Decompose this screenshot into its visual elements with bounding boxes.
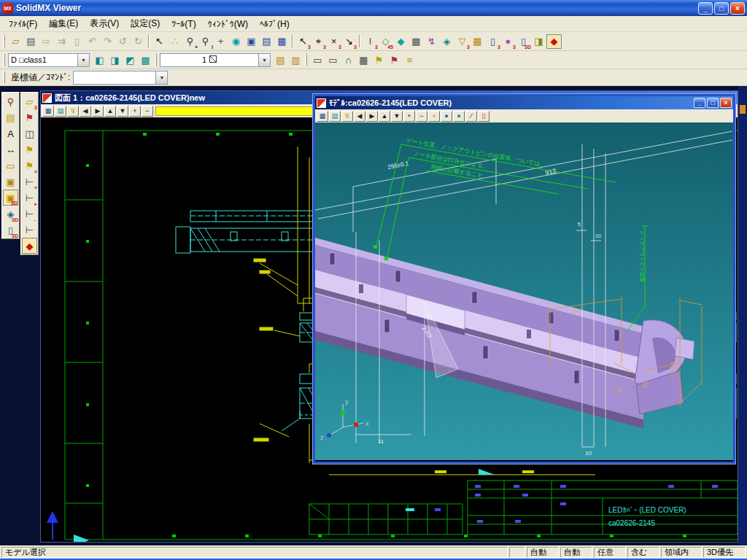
refresh-icon[interactable]: ↯ <box>67 106 79 117</box>
shade-box-1-icon[interactable]: ◧ <box>92 52 107 67</box>
tree-icon[interactable]: ⊢ <box>22 222 37 238</box>
box-3d-icon[interactable]: ▯3D <box>516 34 531 49</box>
menu-item-view[interactable]: 表示(V) <box>84 16 125 31</box>
down-view-icon[interactable]: ▼ <box>117 106 128 117</box>
jump-next-icon[interactable]: ⇨ <box>39 34 54 49</box>
toolbar-grip[interactable] <box>155 54 157 66</box>
view-eye-icon[interactable]: ◉ <box>228 34 244 49</box>
jump-skip-icon[interactable]: ⇉ <box>54 34 69 49</box>
toolbar-grip[interactable] <box>3 35 5 47</box>
restore-button[interactable]: □ <box>714 2 729 15</box>
window-float-icon[interactable]: ▤ <box>259 34 274 49</box>
select-icon[interactable]: ↖ <box>152 34 167 49</box>
snap-point-icon[interactable]: ∴ <box>167 34 182 49</box>
flag-delete-icon[interactable]: ⚑× <box>22 158 37 174</box>
next-view-icon[interactable]: ▶ <box>366 111 378 122</box>
paste-special-icon[interactable]: ▯ <box>69 34 85 49</box>
toolbar-grip[interactable] <box>3 71 5 84</box>
model-maximize-button[interactable]: □ <box>707 98 719 108</box>
scroll-marker[interactable] <box>740 105 746 114</box>
chevron-down-icon[interactable]: ▼ <box>155 71 167 84</box>
probe-flag-icon[interactable]: ◈ <box>439 34 454 49</box>
grid-window-icon[interactable]: ▦ <box>470 34 485 49</box>
print-icon[interactable]: ▤ <box>23 34 39 49</box>
model-minimize-button[interactable]: _ <box>694 98 705 108</box>
refresh-icon[interactable]: ↯ <box>341 111 353 122</box>
status-panel-mode-5[interactable]: 領域内 <box>661 547 702 558</box>
window-split-icon[interactable]: ▦ <box>274 34 290 49</box>
erase-3d-icon[interactable]: ×3 <box>326 34 341 49</box>
sphere-select-icon[interactable]: ◆ <box>393 34 409 49</box>
text-icon[interactable]: A <box>3 125 18 141</box>
vertex-3d-icon[interactable]: ▽3 <box>454 34 470 49</box>
menu-item-tools[interactable]: ﾂｰﾙ(T) <box>166 18 201 31</box>
flag-search-icon[interactable]: ⚑ <box>387 52 402 67</box>
model-close-icon[interactable]: ▯ <box>478 111 489 122</box>
menu-item-help[interactable]: ﾍﾙﾌﾟ(H) <box>254 18 295 31</box>
protractor-icon[interactable]: ∩ <box>341 52 356 67</box>
probe-icon[interactable]: ⚲ <box>3 93 18 109</box>
zoom-window-icon[interactable]: ⚲I <box>198 34 213 49</box>
wireframe-view-icon[interactable]: ● <box>453 111 465 122</box>
grid-view-icon[interactable]: ▤ <box>55 106 66 117</box>
close-button[interactable]: × <box>730 2 745 15</box>
pen-combo[interactable]: 1 ▼ <box>160 53 271 67</box>
box-3d-icon[interactable]: ▯3D <box>3 222 18 238</box>
parts-icon[interactable]: ◫ <box>22 125 37 141</box>
zoom-dynamic-icon[interactable]: ⚲+ <box>182 34 198 49</box>
tree-move-icon[interactable]: ⊢→ <box>22 206 37 222</box>
flag-back-icon[interactable]: ⚑ <box>22 109 37 125</box>
compare-3d-icon[interactable]: ◆ <box>22 238 37 254</box>
model-3d-mode-icon[interactable]: ◆ <box>546 34 562 49</box>
model-close-button[interactable]: × <box>720 98 732 108</box>
toolbar-grip[interactable] <box>3 54 5 66</box>
menu-item-edit[interactable]: 編集(E) <box>43 16 84 31</box>
wand-icon[interactable]: ↯ <box>424 34 439 49</box>
up-view-icon[interactable]: ▲ <box>379 111 390 122</box>
window-cascade-icon[interactable]: ▣ <box>244 34 259 49</box>
leader-3d-icon[interactable]: ↘3 <box>341 34 357 49</box>
shade-box-4-icon[interactable]: ▩ <box>138 52 153 67</box>
chevron-down-icon[interactable]: ▼ <box>77 54 89 66</box>
section-icon[interactable]: ∕ <box>465 111 477 122</box>
sheet-copy-icon[interactable]: ▤ <box>273 52 288 67</box>
pan-icon[interactable]: + <box>213 34 228 49</box>
up-view-icon[interactable]: ▲ <box>104 106 116 117</box>
boxes-swap-icon[interactable]: ◨ <box>531 34 546 49</box>
next-view-icon[interactable]: ▶ <box>92 106 104 117</box>
coordinate-combo[interactable]: ▼ <box>73 71 168 85</box>
zoom-out-icon[interactable]: − <box>142 106 153 117</box>
redo-all-icon[interactable]: ↻ <box>131 34 146 49</box>
tree-jump-icon[interactable]: ⊢▸ <box>22 190 37 206</box>
wire-3d-icon[interactable]: ◈3D <box>3 206 18 222</box>
measure-sheet-icon[interactable]: ▦ <box>356 52 371 67</box>
folder-icon[interactable]: ▭ <box>3 158 18 174</box>
status-panel-mode-4[interactable]: 含む <box>627 547 659 558</box>
dims-45-icon[interactable]: ◇45 <box>378 34 393 49</box>
model-canvas[interactable]: 913 298±0.1 5 10 2-R2 11 10 <box>315 122 733 462</box>
flag-note-icon[interactable]: ⚑ <box>371 52 387 67</box>
fit-view-icon[interactable]: ▦ <box>317 111 328 122</box>
region-select-icon[interactable]: ▫ <box>428 111 440 122</box>
minimize-button[interactable]: _ <box>698 2 713 15</box>
status-panel-mode-2[interactable]: 自動 <box>560 547 592 558</box>
menu-item-window[interactable]: ｳｨﾝﾄﾞｳ(W) <box>202 18 254 31</box>
status-panel-mode-3[interactable]: 任意 <box>594 547 626 558</box>
grid-view-icon[interactable]: ▤ <box>329 111 341 122</box>
sheet-open-icon[interactable]: ▥ <box>288 52 303 67</box>
shaded-view-icon[interactable]: ● <box>441 111 452 122</box>
pick-3d-icon[interactable]: ↖3 <box>295 34 311 49</box>
prev-view-icon[interactable]: ◀ <box>80 106 91 117</box>
measure-window-icon[interactable]: ▭ <box>310 52 325 67</box>
chevron-down-icon[interactable]: ▼ <box>258 54 270 66</box>
down-view-icon[interactable]: ▼ <box>391 111 403 122</box>
status-panel-mode-6[interactable]: 3D優先 <box>703 547 746 558</box>
flag-folder-icon[interactable]: ⚑ <box>22 141 37 158</box>
menu-item-file[interactable]: ﾌｧｲﾙ(F) <box>3 18 43 31</box>
undo-icon[interactable]: ↶ <box>85 34 100 49</box>
clip-plane-icon[interactable]: I3 <box>363 34 378 49</box>
folder-3d-icon[interactable]: ▣3D <box>3 190 18 206</box>
menu-item-settings[interactable]: 設定(S) <box>125 16 166 31</box>
redo-icon[interactable]: ↷ <box>100 34 115 49</box>
class-combo[interactable]: D □class1 ▼ <box>8 53 90 67</box>
